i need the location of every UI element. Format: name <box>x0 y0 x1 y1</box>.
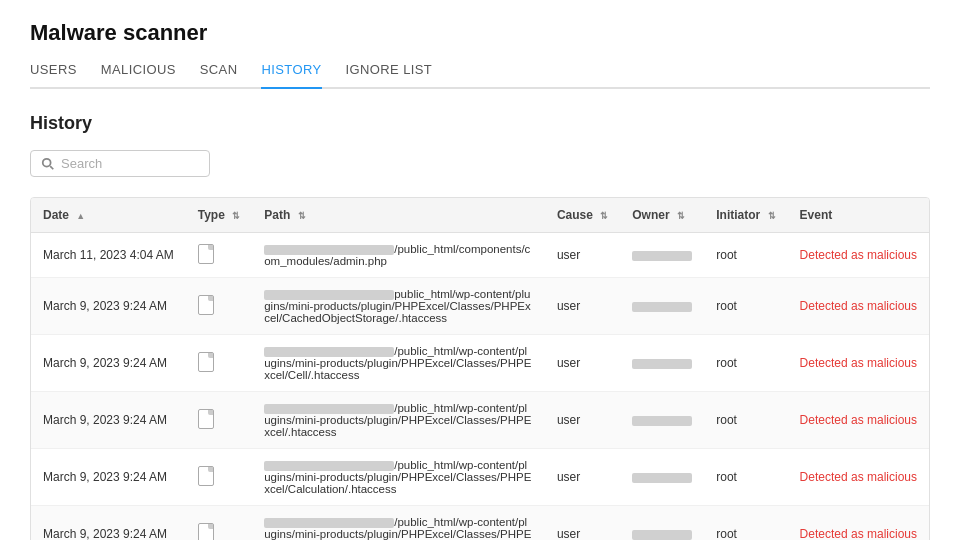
owner-blur <box>632 473 692 483</box>
tabs-nav: USERS MALICIOUS SCAN HISTORY IGNORE LIST <box>30 62 930 89</box>
cell-type <box>186 233 252 278</box>
cell-cause: user <box>545 335 620 392</box>
sort-icon-cause: ⇅ <box>600 211 608 221</box>
table-row: March 9, 2023 9:24 AM/public_html/wp-con… <box>31 335 929 392</box>
cell-date: March 9, 2023 9:24 AM <box>31 392 186 449</box>
file-icon <box>198 466 214 486</box>
cell-cause: user <box>545 506 620 541</box>
cell-cause: user <box>545 278 620 335</box>
path-blur <box>264 290 394 300</box>
tab-users[interactable]: USERS <box>30 62 77 89</box>
path-blur <box>264 518 394 528</box>
sort-icon-owner: ⇅ <box>677 211 685 221</box>
cell-event: Detected as malicious <box>788 449 929 506</box>
tab-malicious[interactable]: MALICIOUS <box>101 62 176 89</box>
history-table: Date ▲ Type ⇅ Path ⇅ Cause ⇅ Owner ⇅ Ini… <box>31 198 929 540</box>
owner-blur <box>632 251 692 261</box>
col-initiator[interactable]: Initiator ⇅ <box>704 198 787 233</box>
svg-point-0 <box>43 158 51 166</box>
cell-type <box>186 506 252 541</box>
cell-date: March 9, 2023 9:24 AM <box>31 506 186 541</box>
col-owner[interactable]: Owner ⇅ <box>620 198 704 233</box>
history-table-wrapper: Date ▲ Type ⇅ Path ⇅ Cause ⇅ Owner ⇅ Ini… <box>30 197 930 540</box>
file-icon <box>198 523 214 541</box>
cell-initiator: root <box>704 392 787 449</box>
section-title: History <box>30 113 930 134</box>
cell-path: public_html/wp-content/plugins/mini-prod… <box>252 278 545 335</box>
search-box <box>30 150 210 177</box>
cell-path: /public_html/wp-content/plugins/mini-pro… <box>252 392 545 449</box>
cell-path: /public_html/wp-content/plugins/mini-pro… <box>252 335 545 392</box>
cell-initiator: root <box>704 449 787 506</box>
tab-scan[interactable]: SCAN <box>200 62 238 89</box>
table-row: March 11, 2023 4:04 AM/public_html/compo… <box>31 233 929 278</box>
owner-blur <box>632 416 692 426</box>
path-blur <box>264 245 394 255</box>
tab-history[interactable]: HISTORY <box>261 62 321 89</box>
path-blur <box>264 404 394 414</box>
cell-cause: user <box>545 392 620 449</box>
col-date[interactable]: Date ▲ <box>31 198 186 233</box>
cell-owner <box>620 392 704 449</box>
cell-owner <box>620 335 704 392</box>
search-input[interactable] <box>61 156 199 171</box>
cell-owner <box>620 506 704 541</box>
col-type[interactable]: Type ⇅ <box>186 198 252 233</box>
cell-event: Detected as malicious <box>788 233 929 278</box>
table-row: March 9, 2023 9:24 AM/public_html/wp-con… <box>31 392 929 449</box>
cell-cause: user <box>545 449 620 506</box>
table-row: March 9, 2023 9:24 AM/public_html/wp-con… <box>31 449 929 506</box>
col-cause[interactable]: Cause ⇅ <box>545 198 620 233</box>
cell-initiator: root <box>704 233 787 278</box>
col-path[interactable]: Path ⇅ <box>252 198 545 233</box>
table-row: March 9, 2023 9:24 AM/public_html/wp-con… <box>31 506 929 541</box>
file-icon <box>198 409 214 429</box>
search-icon <box>41 157 55 171</box>
cell-initiator: root <box>704 506 787 541</box>
owner-blur <box>632 530 692 540</box>
cell-path: /public_html/wp-content/plugins/mini-pro… <box>252 449 545 506</box>
cell-type <box>186 335 252 392</box>
cell-path: /public_html/components/com_modules/admi… <box>252 233 545 278</box>
sort-icon-type: ⇅ <box>232 211 240 221</box>
cell-event: Detected as malicious <box>788 335 929 392</box>
cell-event: Detected as malicious <box>788 392 929 449</box>
cell-type <box>186 392 252 449</box>
cell-type <box>186 278 252 335</box>
cell-event: Detected as malicious <box>788 278 929 335</box>
cell-date: March 9, 2023 9:24 AM <box>31 449 186 506</box>
owner-blur <box>632 359 692 369</box>
cell-date: March 11, 2023 4:04 AM <box>31 233 186 278</box>
cell-type <box>186 449 252 506</box>
sort-icon-date: ▲ <box>76 211 85 221</box>
cell-path: /public_html/wp-content/plugins/mini-pro… <box>252 506 545 541</box>
sort-icon-initiator: ⇅ <box>768 211 776 221</box>
tab-ignore-list[interactable]: IGNORE LIST <box>346 62 433 89</box>
cell-cause: user <box>545 233 620 278</box>
cell-initiator: root <box>704 278 787 335</box>
table-row: March 9, 2023 9:24 AMpublic_html/wp-cont… <box>31 278 929 335</box>
svg-line-1 <box>50 166 53 169</box>
cell-owner <box>620 449 704 506</box>
path-blur <box>264 461 394 471</box>
cell-date: March 9, 2023 9:24 AM <box>31 278 186 335</box>
sort-icon-path: ⇅ <box>298 211 306 221</box>
cell-date: March 9, 2023 9:24 AM <box>31 335 186 392</box>
file-icon <box>198 244 214 264</box>
file-icon <box>198 352 214 372</box>
page-title: Malware scanner <box>30 20 930 46</box>
path-blur <box>264 347 394 357</box>
table-header-row: Date ▲ Type ⇅ Path ⇅ Cause ⇅ Owner ⇅ Ini… <box>31 198 929 233</box>
owner-blur <box>632 302 692 312</box>
col-event: Event <box>788 198 929 233</box>
cell-owner <box>620 233 704 278</box>
cell-event: Detected as malicious <box>788 506 929 541</box>
cell-owner <box>620 278 704 335</box>
cell-initiator: root <box>704 335 787 392</box>
file-icon <box>198 295 214 315</box>
